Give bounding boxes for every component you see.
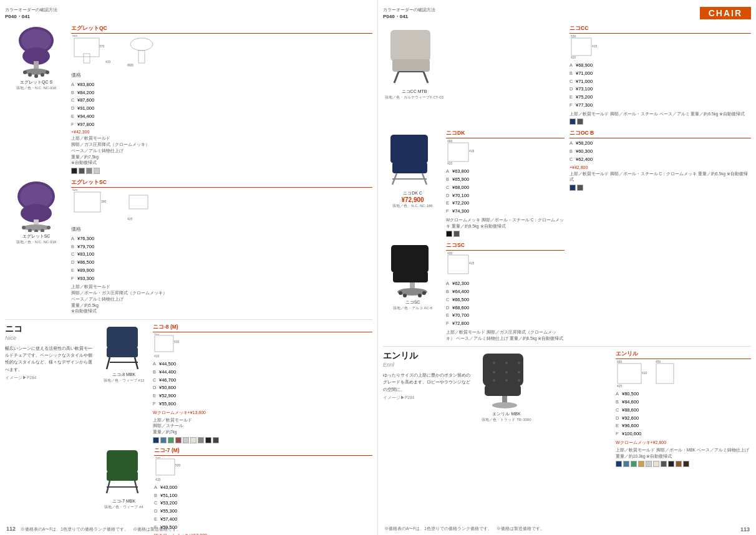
nico-description: 幅広いシーンに使える活発性の高い軟質モールドチェアです。ベーシックなスタイルや個… bbox=[5, 345, 92, 373]
svg-rect-72 bbox=[571, 38, 591, 55]
enril-dim2-svg: 450 bbox=[654, 360, 682, 388]
eguretto-sc-sub: 張地／色・N.C. NC-918 bbox=[16, 239, 56, 245]
color-order-label-left: カラーオーダーの確認方法 bbox=[5, 7, 57, 13]
svg-point-8 bbox=[41, 73, 44, 77]
nicodk-swatches bbox=[446, 231, 565, 237]
enril-title: エンリル bbox=[383, 350, 470, 362]
nico8-swatches bbox=[153, 437, 372, 443]
nico7-section: ニコ-7 MBK 張地／色・ウィーブ #4 ニコ-7 (M) 450 530 4… bbox=[97, 447, 372, 535]
enril-mbk-chair-svg bbox=[475, 350, 538, 410]
svg-point-9 bbox=[34, 74, 38, 78]
nico8-dim-front: 465 530 410 bbox=[153, 334, 184, 359]
nico8-heading: ニコ-8 (M) bbox=[153, 324, 372, 332]
svg-point-89 bbox=[399, 291, 402, 295]
svg-text:530: 530 bbox=[175, 463, 181, 467]
nicodk-chair-svg bbox=[383, 130, 442, 189]
nico7-heading: ニコ-7 (M) bbox=[154, 447, 372, 456]
enril-title-en: Enril bbox=[383, 362, 470, 368]
svg-text:390: 390 bbox=[101, 200, 107, 203]
eguretto-qcs-spec: 上部／軟質モールド脚部／ガス圧昇降式（クロームメッキ）ベース／アルミ鋳物仕上げ重… bbox=[71, 135, 372, 166]
svg-point-92 bbox=[418, 294, 422, 297]
svg-point-24 bbox=[47, 226, 51, 229]
nicosc-sub: 張地／色・アルコ AC-8 bbox=[393, 306, 432, 311]
swatch-black bbox=[71, 168, 77, 174]
svg-rect-42 bbox=[107, 450, 138, 473]
nico8-section: ニコ-8 MBK 張地／色・ウィーブ #12 ニコ-8 (M) 465 530 … bbox=[97, 324, 372, 443]
right-footer-note: ※価格表のA〜Fは、1色塗りでの価格ランク価格です。 ※価格は製造価格です。 bbox=[384, 526, 545, 533]
left-page-header: カラーオーダーの確認方法 P040・041 bbox=[5, 4, 372, 22]
svg-text:415: 415 bbox=[592, 44, 598, 48]
svg-text:415: 415 bbox=[469, 261, 475, 265]
svg-line-70 bbox=[424, 72, 428, 83]
nicocc-mtb-caption: ニコCC MTB bbox=[402, 89, 427, 95]
right-middle-row: ニコDK C ¥72,900 張地／色・N.C. NC-186 ニコDK 490… bbox=[383, 130, 751, 237]
svg-point-5 bbox=[23, 70, 27, 74]
enril-mbk-sub: 張地／色・トラッド TR-3000 bbox=[482, 417, 531, 423]
eguretto-qcs-side-diagram: 側面 bbox=[126, 35, 160, 69]
nicosc-prices: A¥62,300 B¥64,400 C¥66,500 D¥68,600 E¥70… bbox=[446, 280, 565, 328]
nicoqcb-heading: ニコOC B bbox=[569, 130, 751, 138]
nicosc-image-box: ニコSC 張地／色・アルコ AC-8 bbox=[383, 242, 442, 341]
svg-rect-106 bbox=[485, 385, 521, 396]
eguretto-qcs-prices: 価格 A¥83,800 B¥84,200 C¥87,600 D¥91,000 E… bbox=[71, 72, 372, 128]
enril-prices: A¥80,500 B¥84,600 C¥88,600 D¥92,600 E¥96… bbox=[616, 390, 751, 438]
nicosc-chair-svg bbox=[383, 242, 442, 298]
svg-rect-31 bbox=[129, 195, 148, 209]
eguretto-sc-chair-svg bbox=[5, 179, 67, 232]
svg-rect-3 bbox=[34, 61, 39, 69]
right-page-header: カラーオーダーの確認方法 P040・041 CHAIR bbox=[383, 4, 751, 22]
enril-right-detail: エンリル 660 610 425 450 A¥80,500 B¥84, bbox=[616, 350, 751, 467]
eguretto-sc-dim-svg: 520 390 bbox=[71, 189, 121, 223]
eguretto-qcs-detail: エグレットQC 500 370 420 側面 bbox=[71, 25, 372, 174]
left-page: カラーオーダーの確認方法 P040・041 bbox=[0, 0, 378, 535]
nico8-prices: A¥44,500 B¥44,400 C¥46,700 D¥50,800 E¥52… bbox=[153, 360, 372, 408]
svg-point-6 bbox=[46, 70, 49, 74]
nicosc-row: ニコSC 張地／色・アルコ AC-8 ニコSC 430 415 A¥62,300 bbox=[383, 242, 751, 341]
svg-rect-34 bbox=[107, 347, 138, 357]
svg-rect-93 bbox=[448, 255, 468, 274]
nicosc-right-placeholder bbox=[569, 242, 751, 341]
eguretto-sc-section: エグレットSC 張地／色・N.C. NC-918 エグレットSC 520 390… bbox=[5, 179, 372, 314]
svg-rect-47 bbox=[156, 459, 175, 475]
svg-text:420: 420 bbox=[447, 161, 453, 165]
nico-image-note: イメージ▶P284 bbox=[5, 375, 92, 381]
nicocc-swatches bbox=[569, 118, 751, 125]
svg-text:520: 520 bbox=[72, 189, 78, 191]
nico8-sub: 張地／色・ウィーブ #12 bbox=[104, 378, 145, 383]
eguretto-qcs-chair-svg bbox=[5, 25, 67, 78]
nicosc-heading: ニコSC bbox=[446, 242, 565, 251]
svg-text:500: 500 bbox=[72, 35, 78, 37]
svg-rect-96 bbox=[483, 354, 523, 386]
svg-text:430: 430 bbox=[447, 252, 453, 255]
svg-rect-109 bbox=[618, 364, 641, 383]
svg-rect-86 bbox=[393, 271, 428, 282]
svg-rect-16 bbox=[138, 51, 145, 63]
svg-rect-28 bbox=[74, 192, 100, 212]
eguretto-sc-side-svg: 425 bbox=[126, 189, 160, 223]
svg-point-15 bbox=[130, 38, 153, 51]
enril-section: エンリル Enril ゆったりサイズの上部に豊かのボタン留めのグレードを高めます… bbox=[383, 350, 751, 467]
eguretto-qcs-addl: +¥42,300 bbox=[71, 130, 372, 134]
nico7-prices: A¥43,000 B¥51,100 C¥53,200 D¥55,300 E¥57… bbox=[154, 484, 372, 532]
nicodk-section: ニコDK C ¥72,900 張地／色・N.C. NC-186 ニコDK 490… bbox=[383, 130, 565, 237]
enril-mbk-section: エンリル MBK 張地／色・トラッド TR-3000 bbox=[475, 350, 611, 467]
nicoqcb-detail: ニコOC B A¥58,200 B¥60,300 C¥62,400 +¥42,8… bbox=[569, 130, 751, 237]
right-header-info: カラーオーダーの確認方法 P040・041 bbox=[383, 7, 435, 20]
eguretto-sc-image-box: エグレットSC 張地／色・N.C. NC-918 bbox=[5, 179, 67, 314]
nicocc-heading: ニコCC bbox=[569, 25, 751, 34]
svg-text:530: 530 bbox=[174, 340, 180, 344]
svg-text:465: 465 bbox=[154, 334, 160, 335]
eguretto-sc-prices: 価格 A¥76,300 B¥79,700 C¥83,100 D¥86,500 E… bbox=[71, 226, 372, 282]
nico8-addl: Wクロームメッキ+¥13,800 bbox=[153, 410, 372, 416]
svg-point-104 bbox=[505, 379, 508, 382]
nicosc-section: ニコSC 張地／色・アルコ AC-8 ニコSC 430 415 A¥62,300 bbox=[383, 242, 565, 341]
enril-description: ゆったりサイズの上部に豊かのボタン留めのグレードを高めます。ロビーやラウンジなど… bbox=[383, 372, 470, 393]
enril-dim-svg: 660 610 425 bbox=[616, 360, 652, 388]
nicocc-mtb-section: ニコCC MTB 張地／色・カルテウィーブF CT-03 bbox=[383, 25, 565, 125]
left-page-num: 112 ※価格表のA〜Fは、1色塗りでの価格ランク価格です。 ※価格は製造価格で… bbox=[6, 526, 181, 533]
svg-text:425: 425 bbox=[617, 384, 623, 388]
svg-text:660: 660 bbox=[617, 360, 623, 364]
nicosc-dim-svg: 430 415 bbox=[446, 252, 478, 278]
svg-point-91 bbox=[403, 294, 407, 297]
color-order-label-right: カラーオーダーの確認方法 bbox=[383, 7, 435, 13]
